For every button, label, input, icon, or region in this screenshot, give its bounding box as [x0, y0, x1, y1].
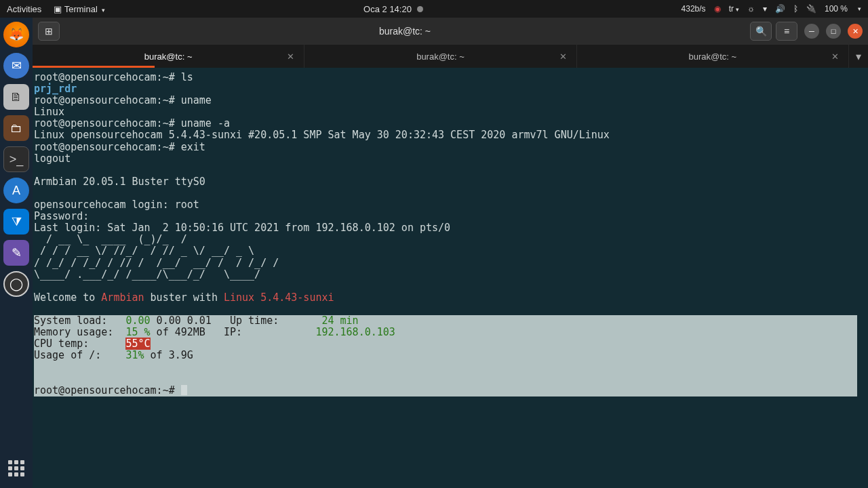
maximize-icon: □	[831, 27, 836, 35]
notification-dot-icon	[417, 6, 423, 12]
tab-label: burak@tc: ~	[144, 52, 193, 62]
prompt: root@opensourcehocam:~#	[34, 71, 181, 83]
activities-button[interactable]: Activities	[7, 4, 41, 14]
tab-close-icon[interactable]: ✕	[831, 52, 839, 62]
app-menu[interactable]: ▣ Terminal ▾	[54, 4, 105, 14]
keyboard-layout[interactable]: tr▾	[729, 4, 739, 14]
ascii-art: \____/ .___/_/ /____/\___/_/ \____/	[34, 269, 867, 281]
close-icon: ✕	[852, 27, 859, 36]
output-line: prj_rdr	[34, 83, 867, 95]
selected-text	[34, 361, 857, 373]
ascii-art: / __ \_ ____ (_)/_ /	[34, 234, 867, 245]
net-speed: 432b/s	[682, 4, 706, 14]
new-tab-icon: ⊞	[45, 26, 53, 37]
output-line: Armbian 20.05.1 Buster ttyS0	[34, 176, 867, 188]
close-button[interactable]: ✕	[848, 24, 863, 39]
tab-bar: burak@tc: ~ ✕ burak@tc: ~ ✕ burak@tc: ~ …	[33, 45, 868, 68]
gnome-topbar: Activities ▣ Terminal ▾ Oca 2 14:20 432b…	[0, 0, 868, 18]
clock[interactable]: Oca 2 14:20	[363, 4, 412, 14]
selected-text: root@opensourcehocam:~#	[34, 385, 857, 396]
window-title: burak@tc: ~	[60, 26, 750, 37]
command: uname -a	[181, 117, 230, 129]
command: ls	[181, 71, 193, 83]
tab-label: burak@tc: ~	[688, 52, 736, 62]
firefox-launcher[interactable]: 🦊	[3, 22, 29, 47]
wifi-icon[interactable]: ▾	[763, 4, 767, 14]
search-icon: 🔍	[755, 26, 767, 37]
dock: 🦊 ✉ 🗎 🗀 >_ A ⧩ ✎ ◯	[0, 18, 33, 488]
tab-label: burak@tc: ~	[416, 52, 465, 62]
minimize-button[interactable]: ─	[804, 24, 819, 39]
tab-close-icon[interactable]: ✕	[287, 52, 294, 62]
selected-text	[34, 373, 857, 384]
brightness-icon[interactable]: ☼	[747, 4, 755, 14]
power-icon[interactable]: 🔌	[806, 4, 816, 14]
tab-1[interactable]: burak@tc: ~ ✕	[33, 45, 304, 68]
cursor	[181, 385, 187, 395]
terminal-output[interactable]: root@opensourcehocam:~# lsprj_rdrroot@op…	[33, 68, 868, 488]
command: uname	[181, 94, 212, 106]
selected-text: System load: 0.00 0.00 0.01 Up time: 24 …	[34, 315, 857, 327]
output-line: logout	[34, 153, 867, 165]
ascii-art: / /_/ / /_/ / // / /__/ __/ / / /_/ /	[34, 258, 867, 269]
indicator-icon[interactable]: ◉	[714, 4, 721, 14]
terminal-launcher[interactable]: >_	[3, 146, 29, 172]
window-titlebar: ⊞ burak@tc: ~ 🔍 ≡ ─ □ ✕	[33, 18, 868, 45]
bluetooth-icon[interactable]: ᛒ	[793, 4, 798, 14]
prompt: root@opensourcehocam:~#	[34, 384, 181, 396]
volume-icon[interactable]: 🔊	[775, 4, 785, 14]
ascii-art: / / / __ \/ //_/ / // _ \/ __/ _ \	[34, 245, 867, 257]
command: exit	[181, 141, 205, 153]
hamburger-menu-button[interactable]: ≡	[776, 22, 797, 41]
output-line: Linux	[34, 106, 867, 118]
maximize-button[interactable]: □	[826, 24, 841, 39]
editor-launcher[interactable]: ✎	[3, 240, 29, 266]
files-launcher[interactable]: 🗎	[3, 84, 29, 110]
obs-launcher[interactable]: ◯	[3, 271, 29, 297]
welcome-line: Welcome to Armbian buster with Linux 5.4…	[34, 292, 867, 304]
output-line: opensourcehocam login: root	[34, 199, 867, 211]
new-tab-button[interactable]: ⊞	[38, 22, 60, 41]
software-launcher[interactable]: A	[3, 178, 29, 203]
minimize-icon: ─	[809, 27, 814, 35]
tab-2[interactable]: burak@tc: ~ ✕	[304, 45, 576, 68]
battery-text: 100 %	[825, 4, 848, 14]
tabs-dropdown[interactable]: ▾	[849, 45, 868, 68]
output-line: Password:	[34, 211, 867, 222]
nautilus-launcher[interactable]: 🗀	[3, 115, 29, 141]
output-line: Last login: Sat Jan 2 10:50:16 UTC 2021 …	[34, 222, 867, 234]
tab-3[interactable]: burak@tc: ~ ✕	[577, 45, 849, 68]
prompt: root@opensourcehocam:~#	[34, 117, 181, 129]
system-menu-arrow-icon[interactable]: ▾	[858, 5, 861, 12]
terminal-menu-icon: ▣	[54, 4, 62, 14]
show-applications[interactable]	[3, 455, 29, 481]
tab-close-icon[interactable]: ✕	[559, 52, 567, 62]
chevron-down-icon: ▾	[856, 50, 861, 63]
selected-text: Memory usage: 15 % of 492MB IP: 192.168.…	[34, 327, 857, 338]
selected-text: Usage of /: 31% of 3.9G	[34, 350, 857, 361]
menu-icon: ≡	[784, 26, 789, 37]
thunderbird-launcher[interactable]: ✉	[3, 53, 29, 79]
prompt: root@opensourcehocam:~#	[34, 94, 181, 106]
selected-text: CPU temp: 55°C	[34, 338, 857, 350]
terminal-window: ⊞ burak@tc: ~ 🔍 ≡ ─ □ ✕ burak@tc: ~ ✕ bu…	[33, 18, 868, 488]
vscode-launcher[interactable]: ⧩	[3, 209, 29, 235]
output-line: Linux opensourcehocam 5.4.43-sunxi #20.0…	[34, 129, 867, 141]
search-button[interactable]: 🔍	[750, 22, 772, 41]
prompt: root@opensourcehocam:~#	[34, 141, 181, 153]
